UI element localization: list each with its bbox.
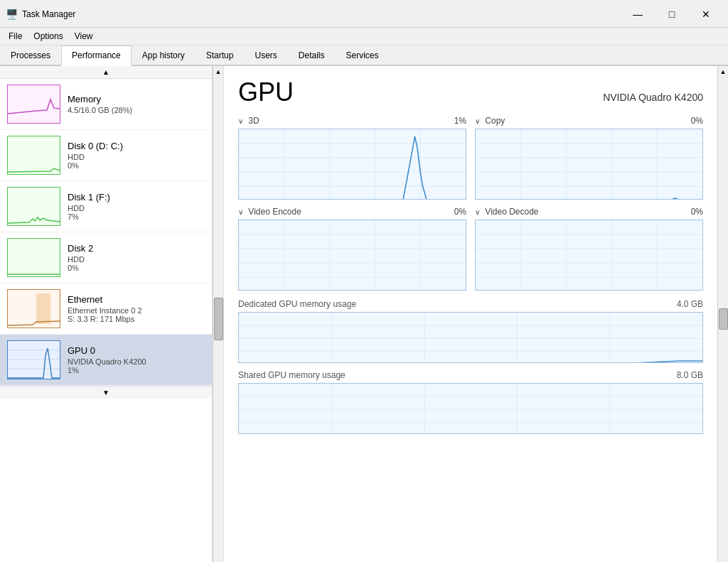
disk2-sub: HDD [68,255,205,264]
tab-app-history[interactable]: App history [132,45,196,66]
disk1-sub: HDD [68,204,205,212]
chart-3d-box [238,129,466,200]
tab-processes[interactable]: Processes [0,45,61,66]
disk0-sub: HDD [68,153,205,161]
chevron-copy-icon[interactable]: ∨ [475,117,480,125]
tab-startup[interactable]: Startup [196,45,245,66]
chart-copy-label-left: ∨ Copy [475,116,505,126]
chart-vdecode-label-left: ∨ Video Decode [475,207,539,217]
menu-options[interactable]: Options [28,29,68,43]
dedicated-memory-chart [238,312,703,363]
chart-3d-header: ∨ 3D 1% [238,116,466,126]
main-area: ▲ Memory 4.5/16.0 GB (28%) [0,66,728,562]
disk0-name: Disk 0 (D: C:) [68,141,205,151]
disk1-val: 7% [68,212,205,221]
chart-vdecode-box [475,220,703,291]
title-bar-left: 🖥️ Task Manager [6,9,75,20]
chevron-vdecode-icon[interactable]: ∨ [475,208,480,216]
chart-3d-label: 3D [248,116,259,126]
shared-memory-label: Shared GPU memory usage [238,370,346,380]
tab-services[interactable]: Services [336,45,390,66]
right-scrollbar[interactable]: ▲ ▼ [717,66,728,562]
tab-users[interactable]: Users [244,45,287,66]
menu-bar: File Options View [0,28,728,45]
sidebar-scroll-down[interactable]: ▼ [0,386,212,399]
sidebar-item-disk0[interactable]: Disk 0 (D: C:) HDD 0% [0,130,212,181]
ethernet-info: Ethernet Ethernet Instance 0 2 S: 3.3 R:… [68,294,205,323]
chevron-3d-icon[interactable]: ∨ [238,117,243,125]
sidebar-item-disk1[interactable]: Disk 1 (F:) HDD 7% [0,181,212,232]
disk2-info: Disk 2 HDD 0% [68,243,205,272]
dedicated-memory-value: 4.0 GB [677,299,703,309]
scrollbar-up-arrow[interactable]: ▲ [213,66,224,77]
disk0-info: Disk 0 (D: C:) HDD 0% [68,141,205,170]
maximize-button[interactable]: □ [655,4,688,24]
disk1-info: Disk 1 (F:) HDD 7% [68,192,205,221]
chart-3d-label-left: ∨ 3D [238,116,259,126]
dedicated-memory-label: Dedicated GPU memory usage [238,299,356,309]
chart-vencode-label: Video Encode [248,207,301,217]
title-bar-controls: — □ ✕ [621,4,722,24]
disk1-name: Disk 1 (F:) [68,192,205,202]
disk2-thumbnail [7,238,60,277]
disk0-thumbnail [7,136,60,175]
close-button[interactable]: ✕ [690,4,722,24]
gpu-header: GPU NVIDIA Quadro K4200 [238,77,703,107]
tab-bar: Processes Performance App history Startu… [0,45,728,66]
disk2-val: 0% [68,264,205,272]
chart-vencode-label-left: ∨ Video Encode [238,207,301,217]
sidebar-item-gpu0[interactable]: GPU 0 NVIDIA Quadro K4200 1% [0,335,212,386]
sidebar-scrollbar[interactable]: ▲ ▼ [213,66,223,562]
chart-vdecode-value: 0% [691,207,703,217]
right-scrollbar-thumb[interactable] [719,308,728,330]
right-scrollbar-up[interactable]: ▲ [718,66,728,77]
gpu0-sub: NVIDIA Quadro K4200 [68,357,205,366]
sidebar-item-memory[interactable]: Memory 4.5/16.0 GB (28%) [0,79,212,130]
memory-name: Memory [68,94,205,104]
scrollbar-thumb[interactable] [214,298,223,340]
ethernet-val: S: 3.3 R: 171 Mbps [68,315,205,323]
window-title: Task Manager [22,9,75,19]
sidebar-item-ethernet[interactable]: Ethernet Ethernet Instance 0 2 S: 3.3 R:… [0,283,212,335]
gpu-title: GPU [238,77,294,107]
app-icon: 🖥️ [6,9,18,20]
ethernet-name: Ethernet [68,294,205,305]
gpu0-val: 1% [68,366,205,374]
chart-copy-label: Copy [485,116,505,126]
svg-rect-3 [8,239,60,276]
chart-3d-value: 1% [454,116,466,126]
gpu0-thumbnail [7,340,60,379]
chart-copy-section: ∨ Copy 0% [475,116,703,200]
memory-sub: 4.5/16.0 GB (28%) [68,106,205,114]
ethernet-thumbnail [7,289,60,328]
gpu-model: NVIDIA Quadro K4200 [603,92,703,103]
tab-performance[interactable]: Performance [61,45,132,66]
shared-memory-value: 8.0 GB [677,370,703,380]
chart-vdecode-header: ∨ Video Decode 0% [475,207,703,217]
dedicated-memory-header: Dedicated GPU memory usage 4.0 GB [238,299,703,309]
svg-rect-6 [8,341,60,379]
charts-row-1: ∨ 3D 1% [238,116,703,200]
sidebar: ▲ Memory 4.5/16.0 GB (28%) [0,66,213,562]
sidebar-scroll-up[interactable]: ▲ [0,66,212,79]
chart-vdecode-section: ∨ Video Decode 0% [475,207,703,291]
shared-memory-header: Shared GPU memory usage 8.0 GB [238,370,703,380]
ethernet-sub: Ethernet Instance 0 2 [68,306,205,315]
sidebar-container: ▲ Memory 4.5/16.0 GB (28%) [0,66,224,562]
tab-details[interactable]: Details [288,45,336,66]
title-bar: 🖥️ Task Manager — □ ✕ [0,0,728,28]
menu-view[interactable]: View [69,29,99,43]
sidebar-item-disk2[interactable]: Disk 2 HDD 0% [0,232,212,283]
disk2-name: Disk 2 [68,243,205,254]
shared-memory-section: Shared GPU memory usage 8.0 GB [238,370,703,434]
menu-file[interactable]: File [3,29,28,43]
charts-row-2: ∨ Video Encode 0% [238,207,703,291]
chart-3d-section: ∨ 3D 1% [238,116,466,200]
chart-vencode-section: ∨ Video Encode 0% [238,207,466,291]
right-panel: GPU NVIDIA Quadro K4200 ∨ 3D 1% [224,66,717,562]
chart-copy-header: ∨ Copy 0% [475,116,703,126]
dedicated-memory-section: Dedicated GPU memory usage 4.0 GB [238,299,703,363]
gpu0-info: GPU 0 NVIDIA Quadro K4200 1% [68,345,205,374]
minimize-button[interactable]: — [621,4,654,24]
chevron-vencode-icon[interactable]: ∨ [238,208,243,216]
